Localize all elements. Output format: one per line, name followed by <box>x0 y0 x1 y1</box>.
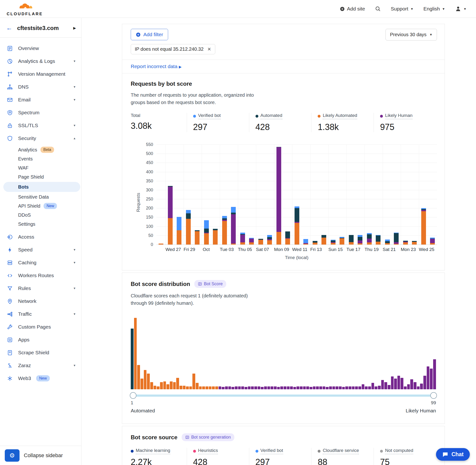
add-filter-button[interactable]: Add filter <box>131 29 168 40</box>
distribution-bar[interactable] <box>176 378 179 389</box>
stat-label[interactable]: Heuristics <box>198 448 218 454</box>
distribution-bar[interactable] <box>140 379 143 389</box>
distribution-bar[interactable] <box>414 382 416 389</box>
distribution-bar[interactable] <box>225 386 228 389</box>
distribution-bar[interactable] <box>160 382 163 389</box>
sidebar-item-traffic[interactable]: Traffic▼ <box>0 308 81 320</box>
distribution-bar[interactable] <box>267 386 270 389</box>
distribution-bar[interactable] <box>280 386 283 389</box>
stacked-bar[interactable] <box>222 216 227 244</box>
stacked-bar[interactable] <box>412 241 417 244</box>
stacked-bar[interactable] <box>204 220 209 244</box>
distribution-bar[interactable] <box>147 374 150 389</box>
sidebar-item-spectrum[interactable]: Spectrum <box>0 106 81 119</box>
stat-label[interactable]: Likely Human <box>385 113 413 119</box>
distribution-bar[interactable] <box>397 376 400 389</box>
distribution-bar[interactable] <box>284 386 286 389</box>
distribution-bar[interactable] <box>316 386 319 389</box>
stat-label[interactable]: Automated <box>261 113 282 119</box>
stat-label[interactable]: Verified bot <box>261 448 283 454</box>
stat-label[interactable]: Not computed <box>385 448 413 454</box>
distribution-bar[interactable] <box>163 381 166 389</box>
distribution-bar[interactable] <box>323 386 326 389</box>
distribution-bar[interactable] <box>186 386 189 389</box>
stacked-bar[interactable] <box>303 239 308 244</box>
stacked-bar[interactable] <box>339 237 344 244</box>
stacked-bar[interactable] <box>349 235 354 244</box>
stacked-bar[interactable] <box>376 235 381 244</box>
distribution-bar[interactable] <box>271 386 273 389</box>
distribution-bar[interactable] <box>423 376 426 389</box>
distribution-bar[interactable] <box>303 386 306 389</box>
sidebar-item-zaraz[interactable]: Zaraz▼ <box>0 359 81 372</box>
distribution-bar[interactable] <box>180 386 182 389</box>
distribution-bar[interactable] <box>293 387 296 390</box>
sidebar-item-waf[interactable]: WAF <box>0 163 81 172</box>
stacked-bar[interactable] <box>403 241 408 244</box>
distribution-bar[interactable] <box>300 386 303 389</box>
distribution-bar[interactable] <box>362 384 365 389</box>
stacked-bar[interactable] <box>267 235 272 244</box>
distribution-bar[interactable] <box>371 383 374 389</box>
distribution-bar[interactable] <box>417 386 420 389</box>
slider-handle-max[interactable] <box>430 392 437 399</box>
filter-chip[interactable]: IP does not equal 35.212.240.32 ✕ <box>131 44 215 54</box>
sidebar-item-network[interactable]: Network <box>0 295 81 308</box>
sidebar-item-sensitive-data[interactable]: Sensitive Data <box>0 192 81 201</box>
distribution-bar[interactable] <box>342 387 345 390</box>
distribution-bar[interactable] <box>248 386 251 389</box>
quick-actions-button[interactable]: ⚙ <box>5 449 20 462</box>
stacked-bar[interactable] <box>295 206 299 244</box>
distribution-bar[interactable] <box>384 382 387 389</box>
distribution-bar[interactable] <box>349 386 351 389</box>
distribution-bar[interactable] <box>205 386 208 389</box>
distribution-bar[interactable] <box>287 386 290 389</box>
distribution-bar[interactable] <box>332 386 335 389</box>
distribution-bar[interactable] <box>183 386 186 389</box>
sidebar-item-analytics-logs[interactable]: Analytics & Logs▼ <box>0 55 81 68</box>
distribution-bar[interactable] <box>258 386 261 389</box>
distribution-bar[interactable] <box>254 386 257 389</box>
distribution-bar[interactable] <box>209 386 212 389</box>
distribution-bar[interactable] <box>381 380 384 389</box>
sidebar-item-security[interactable]: Security▲ <box>0 132 81 145</box>
sidebar-item-caching[interactable]: Caching▼ <box>0 256 81 269</box>
sidebar-item-version-management[interactable]: Version Management <box>0 68 81 81</box>
stacked-bar[interactable] <box>430 238 435 244</box>
distribution-bar[interactable] <box>375 386 377 389</box>
sidebar-item-analytics[interactable]: AnalyticsBeta <box>0 145 81 154</box>
distribution-bar[interactable] <box>154 386 157 389</box>
distribution-bar[interactable] <box>410 379 413 389</box>
distribution-bar[interactable] <box>290 386 293 389</box>
distribution-bar[interactable] <box>407 384 410 389</box>
bot-score-generation-badge[interactable]: Bot score generation <box>182 433 234 441</box>
sidebar-item-page-shield[interactable]: Page Shield <box>0 172 81 181</box>
stacked-bar[interactable] <box>331 240 336 244</box>
stacked-bar[interactable] <box>313 241 317 244</box>
stacked-bar[interactable] <box>276 147 281 244</box>
distribution-bar[interactable] <box>296 386 299 389</box>
cloudflare-logo[interactable]: CLOUDFLARE <box>7 2 43 16</box>
stacked-bar[interactable] <box>213 229 218 244</box>
distribution-bar[interactable] <box>352 386 355 389</box>
distribution-bar[interactable] <box>358 386 361 389</box>
sidebar-item-access[interactable]: Access <box>0 231 81 243</box>
distribution-bar[interactable] <box>309 387 312 390</box>
stacked-bar[interactable] <box>240 232 245 244</box>
stacked-bar[interactable] <box>385 240 390 244</box>
distribution-bar[interactable] <box>244 387 247 390</box>
distribution-bar[interactable] <box>167 384 169 389</box>
distribution-bar[interactable] <box>222 387 224 390</box>
distribution-bar[interactable] <box>173 382 176 389</box>
language-menu[interactable]: English ▼ <box>423 6 445 12</box>
time-range-select[interactable]: Previous 30 days ▼ <box>386 29 437 41</box>
distribution-bar[interactable] <box>368 386 371 389</box>
sidebar-item-bots[interactable]: Bots <box>3 182 80 192</box>
sidebar-item-api-shield[interactable]: API ShieldNew <box>0 201 81 211</box>
distribution-bar[interactable] <box>277 387 280 390</box>
collapse-sidebar-button[interactable]: Collapse sidebar <box>24 452 63 459</box>
report-incorrect-data-link[interactable]: Report incorrect data▶ <box>131 63 182 69</box>
sidebar-item-web3[interactable]: Web3New <box>0 372 81 385</box>
distribution-bar[interactable] <box>404 386 407 389</box>
stacked-bar[interactable] <box>258 239 263 244</box>
